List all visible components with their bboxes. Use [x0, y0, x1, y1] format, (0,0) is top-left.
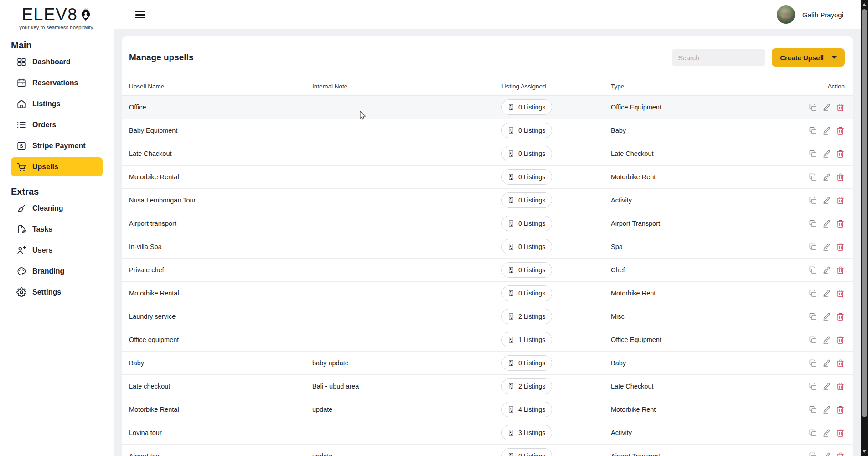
listings-chip[interactable]: 4 Listings — [501, 402, 552, 417]
upsell-name: Late Chackout — [129, 150, 312, 157]
user-menu[interactable]: Galih Prayogi — [777, 5, 843, 24]
table-row[interactable]: Baby Equipment 0 Listings Baby — [122, 119, 853, 142]
sidebar-item-listings[interactable]: Listings — [11, 94, 103, 114]
listings-chip[interactable]: 3 Listings — [501, 425, 552, 440]
sidebar-item-cleaning[interactable]: Cleaning — [11, 199, 103, 218]
pencil-icon[interactable] — [822, 289, 831, 298]
copy-icon[interactable] — [809, 312, 817, 321]
table-row[interactable]: Laundry service 2 Listings Misc — [122, 305, 853, 328]
table-row[interactable]: Office equipment 1 Listings Office Equip… — [122, 328, 853, 352]
pencil-icon[interactable] — [822, 405, 831, 414]
trash-icon[interactable] — [836, 266, 845, 275]
listings-chip[interactable]: 2 Listings — [501, 378, 552, 394]
trash-icon[interactable] — [836, 126, 845, 135]
copy-icon[interactable] — [809, 405, 817, 414]
trash-icon[interactable] — [836, 359, 845, 368]
scroll-down-arrow-icon[interactable] — [862, 450, 867, 453]
hamburger-icon[interactable] — [135, 10, 145, 20]
table-row[interactable]: Nusa Lembongan Tour 0 Listings Activity — [122, 189, 853, 212]
copy-icon[interactable] — [809, 359, 817, 368]
table-row[interactable]: Airport test update 0 Listings Airport T… — [122, 445, 853, 456]
table-row[interactable]: Motorbike Rental 0 Listings Motorbike Re… — [122, 282, 853, 305]
listings-chip[interactable]: 0 Listings — [501, 216, 552, 231]
trash-icon[interactable] — [836, 382, 845, 391]
copy-icon[interactable] — [809, 126, 817, 135]
copy-icon[interactable] — [809, 429, 817, 437]
trash-icon[interactable] — [836, 452, 845, 456]
copy-icon[interactable] — [809, 103, 817, 112]
listings-chip[interactable]: 0 Listings — [501, 146, 552, 161]
sidebar-item-branding[interactable]: Branding — [11, 262, 103, 281]
avatar[interactable] — [777, 5, 795, 24]
copy-icon[interactable] — [809, 196, 817, 205]
table-row[interactable]: Private chef 0 Listings Chef — [122, 259, 853, 282]
pencil-icon[interactable] — [822, 452, 831, 456]
trash-icon[interactable] — [836, 219, 845, 228]
pencil-icon[interactable] — [822, 196, 831, 205]
copy-icon[interactable] — [809, 173, 817, 181]
copy-icon[interactable] — [809, 382, 817, 391]
pencil-icon[interactable] — [822, 173, 831, 181]
create-upsell-button[interactable]: Create Upsell — [772, 48, 845, 67]
copy-icon[interactable] — [809, 336, 817, 344]
listings-chip[interactable]: 2 Listings — [501, 309, 552, 324]
trash-icon[interactable] — [836, 103, 845, 112]
copy-icon[interactable] — [809, 243, 817, 251]
pencil-icon[interactable] — [822, 382, 831, 391]
pencil-icon[interactable] — [822, 266, 831, 275]
trash-icon[interactable] — [836, 289, 845, 298]
trash-icon[interactable] — [836, 150, 845, 158]
pencil-icon[interactable] — [822, 336, 831, 344]
listings-chip[interactable]: 0 Listings — [501, 448, 552, 456]
table-row[interactable]: Motorbike Rental update 4 Listings Motor… — [122, 398, 853, 421]
trash-icon[interactable] — [836, 429, 845, 437]
trash-icon[interactable] — [836, 405, 845, 414]
pencil-icon[interactable] — [822, 312, 831, 321]
pencil-icon[interactable] — [822, 219, 831, 228]
pencil-icon[interactable] — [822, 429, 831, 437]
listings-chip[interactable]: 0 Listings — [501, 192, 552, 208]
copy-icon[interactable] — [809, 219, 817, 228]
pencil-icon[interactable] — [822, 150, 831, 158]
listings-chip[interactable]: 0 Listings — [501, 99, 552, 115]
listings-chip[interactable]: 0 Listings — [501, 169, 552, 185]
sidebar-item-reservations[interactable]: Reservations — [11, 73, 103, 93]
copy-icon[interactable] — [809, 150, 817, 158]
sidebar-item-upsells[interactable]: Upsells — [11, 157, 103, 176]
trash-icon[interactable] — [836, 312, 845, 321]
pencil-icon[interactable] — [822, 103, 831, 112]
table-row[interactable]: Late checkout Bali - ubud area 2 Listing… — [122, 375, 853, 398]
table-row[interactable]: In-villa Spa 0 Listings Spa — [122, 235, 853, 259]
table-row[interactable]: Motorbike Rental 0 Listings Motorbike Re… — [122, 166, 853, 189]
pencil-icon[interactable] — [822, 243, 831, 251]
sidebar-item-orders[interactable]: Orders — [11, 115, 103, 135]
listings-chip[interactable]: 0 Listings — [501, 355, 552, 371]
copy-icon[interactable] — [809, 289, 817, 298]
copy-icon[interactable] — [809, 266, 817, 275]
sidebar-item-users[interactable]: Users — [11, 241, 103, 260]
scrollbar-thumb[interactable] — [862, 9, 867, 417]
listings-chip[interactable]: 0 Listings — [501, 262, 552, 278]
trash-icon[interactable] — [836, 336, 845, 344]
sidebar-item-stripe-payment[interactable]: SStripe Payment — [11, 136, 103, 155]
pencil-icon[interactable] — [822, 359, 831, 368]
trash-icon[interactable] — [836, 196, 845, 205]
table-row[interactable]: Late Chackout 0 Listings Late Checkout — [122, 142, 853, 166]
search-input[interactable] — [672, 49, 765, 66]
listings-chip[interactable]: 1 Listings — [501, 332, 552, 347]
table-row[interactable]: Airport transport 0 Listings Airport Tra… — [122, 212, 853, 235]
scroll-up-arrow-icon[interactable] — [862, 3, 867, 6]
sidebar-item-settings[interactable]: Settings — [11, 283, 103, 302]
listings-chip[interactable]: 0 Listings — [501, 239, 552, 254]
copy-icon[interactable] — [809, 452, 817, 456]
trash-icon[interactable] — [836, 173, 845, 181]
table-row[interactable]: Office 0 Listings Office Equipment — [122, 96, 853, 119]
trash-icon[interactable] — [836, 243, 845, 251]
table-row[interactable]: Lovina tour 3 Listings Activity — [122, 421, 853, 445]
sidebar-item-dashboard[interactable]: Dashboard — [11, 52, 103, 72]
listings-chip[interactable]: 0 Listings — [501, 285, 552, 301]
table-row[interactable]: Baby baby update 0 Listings Baby — [122, 352, 853, 375]
sidebar-item-tasks[interactable]: Tasks — [11, 220, 103, 239]
pencil-icon[interactable] — [822, 126, 831, 135]
listings-chip[interactable]: 0 Listings — [501, 123, 552, 138]
